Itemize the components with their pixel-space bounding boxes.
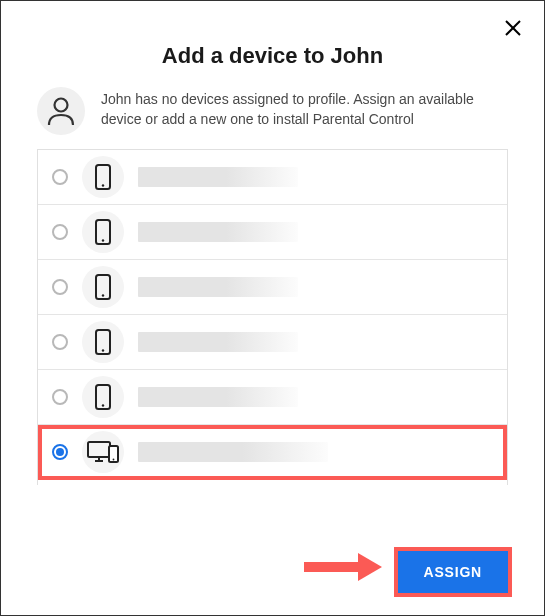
dialog-intro: John has no devices assigned to profile.… [37, 87, 508, 135]
device-icon-wrap [82, 431, 124, 473]
dialog-description: John has no devices assigned to profile.… [101, 87, 508, 130]
close-button[interactable] [504, 19, 522, 37]
device-icon-wrap [82, 156, 124, 198]
add-device-dialog: Add a device to John John has no devices… [0, 0, 545, 616]
device-icon-wrap [82, 266, 124, 308]
device-label [138, 167, 298, 187]
device-label [138, 332, 298, 352]
device-label [138, 277, 298, 297]
device-row[interactable] [38, 425, 507, 480]
device-row[interactable] [38, 370, 507, 425]
phone-icon [95, 164, 111, 190]
device-row[interactable] [38, 260, 507, 315]
phone-icon [95, 329, 111, 355]
device-radio[interactable] [52, 169, 68, 185]
device-label [138, 442, 328, 462]
device-row[interactable] [38, 205, 507, 260]
device-radio[interactable] [52, 444, 68, 460]
assign-button[interactable]: ASSIGN [398, 551, 508, 593]
svg-point-12 [102, 404, 104, 406]
svg-point-6 [102, 239, 104, 241]
device-list[interactable] [37, 149, 508, 485]
assign-button-highlight: ASSIGN [398, 551, 508, 593]
svg-point-17 [113, 459, 115, 461]
device-label [138, 387, 298, 407]
dialog-title: Add a device to John [37, 43, 508, 69]
phone-icon [95, 219, 111, 245]
device-radio[interactable] [52, 224, 68, 240]
svg-marker-19 [358, 553, 382, 581]
phone-icon [95, 274, 111, 300]
device-label [138, 222, 298, 242]
phone-icon [95, 384, 111, 410]
svg-point-10 [102, 349, 104, 351]
svg-point-4 [102, 184, 104, 186]
svg-point-2 [55, 99, 68, 112]
device-radio[interactable] [52, 389, 68, 405]
device-row[interactable] [38, 315, 507, 370]
dialog-footer: ASSIGN [398, 551, 508, 593]
device-icon-wrap [82, 321, 124, 363]
annotation-arrow [300, 551, 384, 587]
person-icon [47, 96, 75, 126]
device-icon-wrap [82, 376, 124, 418]
desktop-phone-icon [87, 440, 119, 464]
device-row[interactable] [38, 150, 507, 205]
device-radio[interactable] [52, 334, 68, 350]
user-avatar [37, 87, 85, 135]
svg-point-8 [102, 294, 104, 296]
device-icon-wrap [82, 211, 124, 253]
svg-rect-13 [88, 442, 110, 457]
device-radio[interactable] [52, 279, 68, 295]
close-icon [504, 19, 522, 37]
